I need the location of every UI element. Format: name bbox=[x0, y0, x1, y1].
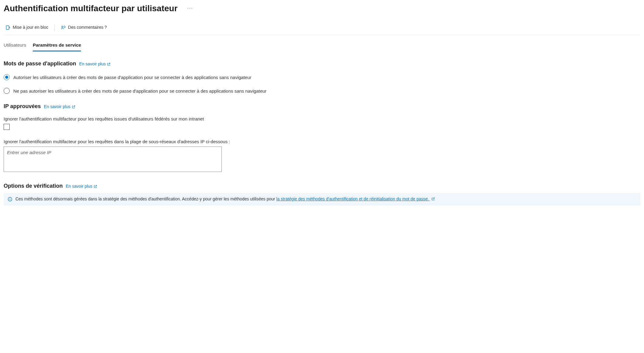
learn-more-label: En savoir plus bbox=[66, 183, 92, 190]
external-link-icon bbox=[431, 197, 435, 201]
radio-item-disallow[interactable]: Ne pas autoriser les utilisateurs à crée… bbox=[4, 88, 640, 94]
command-bar: Mise à jour en bloc Des commentaires ? bbox=[4, 20, 640, 35]
svg-rect-0 bbox=[6, 26, 9, 29]
svg-point-4 bbox=[10, 198, 10, 198]
external-link-icon bbox=[94, 185, 97, 188]
tab-strip: Utilisateurs Paramètres de service bbox=[4, 39, 640, 51]
section-trusted-ips: IP approuvées En savoir plus Ignorer l'a… bbox=[4, 103, 640, 174]
auth-methods-policy-link[interactable]: la stratégie des méthodes d'authentifica… bbox=[276, 196, 430, 201]
upload-icon bbox=[5, 25, 10, 30]
radio-disallow-app-passwords[interactable] bbox=[4, 88, 10, 94]
bulk-update-button[interactable]: Mise à jour en bloc bbox=[4, 23, 50, 32]
more-actions-button[interactable]: ··· bbox=[187, 5, 193, 12]
person-feedback-icon bbox=[61, 25, 66, 30]
skip-federated-checkbox[interactable] bbox=[4, 124, 10, 130]
tab-users[interactable]: Utilisateurs bbox=[4, 39, 26, 51]
subnet-range-label: Ignorer l'authentification multifacteur … bbox=[4, 138, 640, 145]
section-verification-options: Options de vérification En savoir plus bbox=[4, 182, 640, 206]
radio-item-allow[interactable]: Autoriser les utilisateurs à créer des m… bbox=[4, 74, 640, 81]
toolbar-separator bbox=[55, 24, 55, 31]
bulk-update-label: Mise à jour en bloc bbox=[13, 25, 48, 31]
ip-subnet-input[interactable] bbox=[4, 147, 222, 172]
page-title: Authentification multifacteur par utilis… bbox=[4, 2, 178, 14]
learn-more-label: En savoir plus bbox=[79, 61, 106, 67]
radio-allow-app-passwords[interactable] bbox=[4, 74, 10, 80]
tab-service-settings[interactable]: Paramètres de service bbox=[33, 39, 81, 51]
feedback-button[interactable]: Des commentaires ? bbox=[59, 23, 109, 32]
info-icon bbox=[8, 197, 12, 202]
trusted-ips-learn-more-link[interactable]: En savoir plus bbox=[44, 104, 75, 110]
radio-allow-label: Autoriser les utilisateurs à créer des m… bbox=[13, 74, 251, 81]
info-banner: Ces méthodes sont désormais gérées dans … bbox=[4, 193, 640, 206]
external-link-icon bbox=[72, 105, 75, 109]
radio-disallow-label: Ne pas autoriser les utilisateurs à crée… bbox=[13, 88, 267, 94]
external-link-icon bbox=[107, 62, 111, 66]
app-passwords-radio-group: Autoriser les utilisateurs à créer des m… bbox=[4, 74, 640, 94]
verification-options-heading: Options de vérification bbox=[4, 182, 63, 190]
section-app-passwords: Mots de passe d'application En savoir pl… bbox=[4, 60, 640, 94]
auth-methods-policy-link-label: la stratégie des méthodes d'authentifica… bbox=[276, 196, 429, 201]
feedback-label: Des commentaires ? bbox=[68, 25, 107, 31]
trusted-ips-heading: IP approuvées bbox=[4, 103, 41, 110]
app-passwords-heading: Mots de passe d'application bbox=[4, 60, 76, 68]
app-passwords-learn-more-link[interactable]: En savoir plus bbox=[79, 61, 111, 67]
info-banner-prefix: Ces méthodes sont désormais gérées dans … bbox=[15, 196, 276, 201]
learn-more-label: En savoir plus bbox=[44, 104, 71, 110]
skip-federated-label: Ignorer l'authentification multifacteur … bbox=[4, 116, 640, 122]
verification-options-learn-more-link[interactable]: En savoir plus bbox=[66, 183, 97, 190]
svg-point-1 bbox=[61, 26, 63, 28]
info-banner-text: Ces méthodes sont désormais gérées dans … bbox=[15, 196, 435, 202]
